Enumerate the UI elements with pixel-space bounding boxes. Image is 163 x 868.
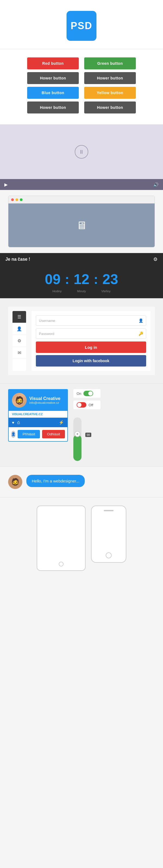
video-controls: ▶ 🔊 <box>0 179 163 190</box>
btn-row-3: Blue button Yellow button <box>13 87 150 99</box>
countdown-labels: Hodiny Minuty Vteřiny <box>5 289 158 293</box>
video-section: ⏸ ▶ 🔊 <box>0 125 163 190</box>
countdown-digits: 09 : 12 : 23 <box>5 271 158 287</box>
toggle-on-row: On <box>73 389 100 398</box>
hover-button-1[interactable]: Hower button <box>27 72 79 84</box>
profile-user-small-icon: 👤 <box>11 431 15 438</box>
toggles-sliders: On Off 98 <box>73 389 100 461</box>
profile-card-footer: ♥ ⎙ ⚡ <box>9 418 67 427</box>
slider-knob-dot <box>77 433 78 435</box>
btn-row-1: Red button Green button <box>13 57 150 69</box>
browser-dot-green <box>20 198 23 201</box>
countdown-title: Je na čase ! <box>5 257 30 262</box>
label-hours: Hodiny <box>45 289 69 293</box>
ui-inner: ☰ 👤 ⚙ ✉ Username 👤 Password 🔑 Log in <box>8 307 155 375</box>
profile-card: 🧔 Visual Creative info@visualcreative.cz… <box>8 389 68 442</box>
tablet-home-button[interactable] <box>59 562 64 566</box>
browser-body: 🖥 <box>8 204 155 247</box>
green-button[interactable]: Green button <box>84 57 136 69</box>
blue-button[interactable]: Blue button <box>27 87 79 99</box>
countdown-header: Je na čase ! ⚙ <box>0 253 163 266</box>
hover-button-4[interactable]: Hower button <box>84 101 136 114</box>
sidebar-item-menu[interactable]: ☰ <box>12 311 26 323</box>
slider-knob[interactable] <box>74 431 80 437</box>
footer-heart-icon[interactable]: ♥ <box>12 421 14 425</box>
psd-logo: PSD <box>67 11 96 41</box>
chat-message: Hello, I'm a webdesigner... <box>32 478 79 483</box>
countdown-minutes: 12 <box>72 271 91 287</box>
chat-section: 🧔 Hello, I'm a webdesigner... <box>0 467 163 497</box>
profile-email: info@visualcreative.cz <box>29 401 64 404</box>
profile-card-actions: 👤 Přihlásit Odhlásit <box>9 427 67 441</box>
red-button[interactable]: Red button <box>27 57 79 69</box>
profile-card-header: 🧔 Visual Creative info@visualcreative.cz <box>9 390 67 411</box>
countdown-body: 09 : 12 : 23 Hodiny Minuty Vteřiny <box>0 266 163 298</box>
toggle-on-knob <box>88 391 93 396</box>
buttons-section: Red button Green button Hower button How… <box>0 49 163 125</box>
countdown-sep1: : <box>65 272 69 287</box>
hero-section: PSD <box>0 0 163 49</box>
sidebar-nav: ☰ 👤 ⚙ ✉ <box>12 311 26 371</box>
hover-button-3[interactable]: Hower button <box>27 101 79 114</box>
btn-row-2: Hower button Hower button <box>13 72 150 84</box>
menu-icon: ☰ <box>17 314 21 319</box>
ui-section: ☰ 👤 ⚙ ✉ Username 👤 Password 🔑 Log in <box>0 299 163 384</box>
browser-window: 🖥 <box>8 196 155 247</box>
login-button[interactable]: Log in <box>36 341 146 353</box>
video-main[interactable]: ⏸ <box>0 125 163 179</box>
mail-icon: ✉ <box>18 350 21 355</box>
password-label: Password <box>39 332 54 336</box>
profile-section: 🧔 Visual Creative info@visualcreative.cz… <box>0 384 163 467</box>
username-field[interactable]: Username 👤 <box>36 315 146 326</box>
label-seconds: Vteřiny <box>94 289 118 293</box>
yellow-button[interactable]: Yellow button <box>84 87 136 99</box>
pause-button[interactable]: ⏸ <box>75 145 88 159</box>
toggle-on-switch[interactable] <box>83 391 93 396</box>
browser-dot-yellow <box>15 198 18 201</box>
toggle-on-label: On <box>77 392 81 396</box>
login-form: Username 👤 Password 🔑 Log in Login with … <box>32 311 151 371</box>
logo-text: PSD <box>71 20 92 32</box>
tablet-container: ↩ <box>37 505 86 571</box>
label-minutes: Minuty <box>69 289 94 293</box>
phone-outline <box>91 505 126 563</box>
gear-icon[interactable]: ⚙ <box>153 256 158 262</box>
tablet-outline <box>37 505 86 571</box>
facebook-button[interactable]: Login with facebook <box>36 355 146 367</box>
phone-speaker <box>104 510 114 511</box>
prihlasit-button[interactable]: Přihlásit <box>18 430 40 438</box>
btn-row-4: Hower button Hower button <box>13 101 150 114</box>
slider-fill <box>73 435 81 461</box>
profile-inner: 🧔 Visual Creative info@visualcreative.cz… <box>8 389 155 461</box>
phone-home-button[interactable] <box>106 552 112 558</box>
mobile-section: ↩ <box>0 497 163 579</box>
sidebar-item-mail[interactable]: ✉ <box>12 347 26 359</box>
profile-info: Visual Creative info@visualcreative.cz <box>29 396 64 404</box>
hover-button-2[interactable]: Hower button <box>84 72 136 84</box>
toggle-off-knob <box>77 403 81 407</box>
user-field-icon: 👤 <box>138 318 143 323</box>
footer-settings-icon[interactable]: ⚡ <box>59 420 64 425</box>
countdown-hours: 09 <box>43 271 62 287</box>
profile-site: VISUALCREATIVE.CZ <box>9 411 67 418</box>
sidebar-item-settings[interactable]: ⚙ <box>12 335 26 347</box>
profile-avatar: 🧔 <box>12 393 27 408</box>
browser-titlebar <box>8 196 155 204</box>
countdown-section: Je na čase ! ⚙ 09 : 12 : 23 Hodiny Minut… <box>0 253 163 299</box>
password-field[interactable]: Password 🔑 <box>36 329 146 339</box>
monitor-icon: 🖥 <box>76 219 87 231</box>
toggle-off-row: Off <box>73 401 100 409</box>
toggle-off-label: Off <box>89 403 93 407</box>
countdown-sep2: : <box>94 272 98 287</box>
slider[interactable]: 98 <box>73 417 81 461</box>
volume-icon[interactable]: 🔊 <box>153 182 159 187</box>
chat-avatar: 🧔 <box>8 475 22 489</box>
toggle-off-switch[interactable] <box>77 402 86 408</box>
play-icon[interactable]: ▶ <box>4 182 8 187</box>
footer-share-icon[interactable]: ⎙ <box>17 421 19 425</box>
odhlasit-button[interactable]: Odhlásit <box>42 430 65 438</box>
browser-dot-red <box>11 198 14 201</box>
sidebar-item-user[interactable]: 👤 <box>12 323 26 335</box>
key-field-icon: 🔑 <box>138 332 143 336</box>
slider-value: 98 <box>85 433 91 437</box>
